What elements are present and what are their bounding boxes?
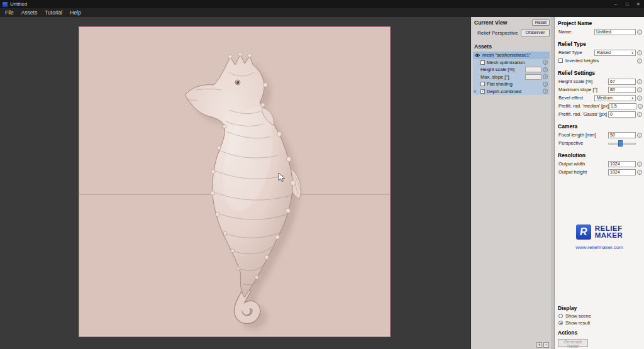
3d-viewport[interactable] — [79, 26, 391, 337]
info-icon[interactable]: i — [637, 50, 642, 55]
info-icon[interactable]: i — [543, 89, 548, 94]
asset-max-slope-row: Max. slope [°] i — [473, 74, 550, 81]
info-icon[interactable]: i — [638, 104, 643, 109]
info-icon[interactable]: i — [637, 170, 642, 175]
prefilter-median-input[interactable] — [609, 103, 636, 109]
window-title: Untitled — [10, 1, 27, 7]
info-icon[interactable]: i — [543, 67, 548, 72]
focal-length-input[interactable] — [608, 132, 636, 138]
title-bar: Untitled – □ ✕ — [0, 0, 644, 8]
asset-height-scale-row: Height scale [%] i — [473, 66, 550, 74]
seahorse-model — [79, 27, 390, 336]
menu-help[interactable]: Help — [66, 9, 84, 16]
assets-header: Assets — [471, 38, 554, 51]
window-controls: – □ ✕ — [610, 0, 644, 8]
observer-button[interactable]: Observer — [521, 29, 550, 36]
camera-header: Camera — [555, 118, 644, 131]
info-icon[interactable]: i — [637, 30, 642, 35]
display-header: Display — [555, 305, 644, 313]
name-label: Name: — [558, 29, 594, 35]
info-icon[interactable]: i — [637, 79, 642, 84]
info-icon[interactable]: i — [543, 82, 548, 87]
relief-type-value: Raised — [597, 50, 611, 55]
info-icon[interactable]: i — [637, 87, 642, 92]
project-name-input[interactable] — [594, 29, 636, 35]
show-scene-label: Show scene — [565, 313, 591, 319]
check-icon: ✓ — [481, 89, 484, 93]
prefilter-median-label: Prefilt. rad. 'median' [px] — [558, 103, 609, 109]
mouse-cursor-icon — [278, 173, 286, 182]
inverted-heights-checkbox[interactable] — [558, 58, 563, 63]
app-icon — [3, 2, 8, 7]
inverted-heights-row: Inverted heights i — [555, 57, 644, 65]
info-icon[interactable]: i — [637, 162, 642, 167]
height-scale-row: Height scale [%] i — [555, 77, 644, 86]
flat-shading-checkbox[interactable] — [480, 82, 485, 86]
menu-bar: File Assets Tutorial Help — [0, 8, 644, 17]
menu-file[interactable]: File — [1, 9, 18, 16]
add-asset-button[interactable]: + — [536, 342, 542, 348]
prefilter-gauss-label: Prefilt. rad. 'Gauss' [px] — [558, 111, 608, 117]
menu-assets[interactable]: Assets — [18, 9, 42, 16]
relief-type-dropdown[interactable]: Raised ▾ — [594, 50, 636, 56]
info-icon[interactable]: i — [637, 133, 642, 138]
visibility-eye-icon[interactable] — [474, 53, 480, 58]
info-icon[interactable]: i — [637, 58, 642, 64]
bevel-effect-label: Bevel effect — [558, 95, 594, 101]
info-icon[interactable]: i — [637, 96, 642, 101]
height-scale-label: Height scale [%] — [558, 79, 608, 84]
output-height-row: Output height i — [555, 168, 644, 176]
asset-height-scale-input — [525, 67, 541, 72]
asset-height-scale-label: Height scale [%] — [480, 67, 514, 72]
mesh-optimization-label: Mesh optimization — [487, 60, 525, 65]
generate-relief-button: Generate Relief — [558, 339, 588, 347]
view-mode-label: Relief Perspective — [477, 30, 518, 36]
flat-shading-label: Flat shading — [487, 81, 513, 87]
minimize-icon[interactable]: – — [610, 0, 621, 8]
close-icon[interactable]: ✕ — [633, 0, 644, 8]
slider-handle[interactable] — [618, 140, 623, 147]
output-width-row: Output width i — [555, 160, 644, 168]
perspective-label: Perspective — [558, 140, 608, 146]
output-height-input[interactable] — [608, 169, 636, 175]
maximum-slope-row: Maximum slope [°] i — [555, 86, 644, 94]
depth-combined-checkbox[interactable]: ✓ — [480, 89, 485, 94]
mesh-optimization-checkbox[interactable] — [480, 60, 485, 65]
flat-shading-row: Flat shading i — [473, 80, 550, 88]
maximum-slope-input[interactable] — [608, 87, 636, 93]
focal-length-row: Focal length [mm] i — [555, 131, 644, 139]
website-link[interactable]: www.reliefmaker.com — [555, 245, 644, 250]
show-scene-radio[interactable] — [558, 314, 563, 318]
menu-tutorial[interactable]: Tutorial — [41, 9, 66, 16]
relief-type-label: Relief Type — [558, 50, 594, 55]
asset-item-mesh[interactable]: mesh "seahorsebase1" — [473, 52, 550, 59]
bevel-effect-dropdown[interactable]: Medium ▾ — [594, 95, 636, 101]
info-icon[interactable]: i — [543, 60, 548, 65]
actions-header: Actions — [555, 326, 644, 337]
focal-length-label: Focal length [mm] — [558, 132, 608, 138]
asset-max-slope-label: Max. slope [°] — [480, 74, 509, 80]
remove-asset-button[interactable]: − — [543, 342, 549, 348]
relief-type-header: Relief Type — [555, 36, 644, 48]
prefilter-gauss-input[interactable] — [608, 111, 636, 118]
inverted-heights-label: Inverted heights — [565, 58, 636, 64]
show-result-radio[interactable] — [558, 321, 563, 325]
workspace-background — [0, 17, 470, 349]
perspective-slider[interactable] — [608, 140, 636, 147]
depth-combined-label: Depth-combined — [487, 89, 521, 94]
reset-view-button[interactable]: Reset — [532, 19, 550, 26]
drag-handle-icon[interactable]: ≡ — [474, 89, 476, 94]
info-icon[interactable]: i — [543, 74, 548, 79]
chevron-down-icon: ▾ — [631, 51, 633, 55]
bevel-effect-value: Medium — [597, 96, 613, 100]
prefilter-median-row: Prefilt. rad. 'median' [px] i — [555, 102, 644, 110]
output-width-input[interactable] — [608, 161, 636, 167]
height-scale-input[interactable] — [608, 79, 636, 85]
maximize-icon[interactable]: □ — [621, 0, 633, 8]
info-icon[interactable]: i — [637, 112, 642, 117]
show-scene-row: Show scene — [555, 313, 644, 319]
output-height-label: Output height — [558, 169, 608, 175]
reliefmaker-logo: R RELIEF MAKER — [555, 224, 644, 240]
show-result-row: Show result — [555, 319, 644, 326]
current-view-header: Current View — [474, 19, 507, 26]
